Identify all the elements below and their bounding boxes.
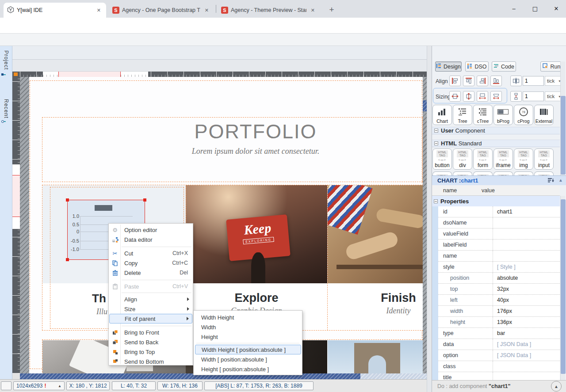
menu-item-align[interactable]: Align bbox=[109, 294, 192, 304]
tab-ide[interactable]: Y[wai] IDE ✕ bbox=[4, 3, 106, 18]
tab-agency-2[interactable]: S Agency - Theme Preview - Start ✕ bbox=[218, 3, 320, 18]
component-ctree[interactable]: cTree bbox=[473, 105, 493, 125]
palette-tag-iframe[interactable]: HTMLTAG <▭> iframe bbox=[493, 148, 513, 170]
align-bottom-button[interactable] bbox=[490, 76, 502, 86]
sidebar-tab-recent[interactable]: Recent bbox=[3, 99, 9, 118]
window-minimize-button[interactable]: – bbox=[505, 3, 523, 14]
card2-title[interactable]: Explore bbox=[186, 291, 327, 305]
horizontal-scrollbar-thumb[interactable] bbox=[20, 373, 360, 379]
palette-tag-partial[interactable]: HTML bbox=[432, 171, 452, 175]
window-close-button[interactable]: ✕ bbox=[547, 3, 565, 14]
section-html-standard[interactable]: HTML Standard bbox=[432, 140, 560, 147]
property-group-properties[interactable]: Properties bbox=[432, 196, 560, 206]
align-center-button[interactable] bbox=[510, 76, 522, 86]
card1-title[interactable]: Th bbox=[92, 292, 106, 305]
code-tab-button[interactable]: Code bbox=[492, 61, 516, 72]
menu-item-cut[interactable]: ✂ Cut Ctrl+X bbox=[109, 248, 192, 258]
collapse-icon[interactable] bbox=[434, 129, 438, 133]
sizing-tick-input[interactable] bbox=[523, 91, 544, 101]
resize-handle-nw[interactable] bbox=[66, 198, 69, 202]
card1-subtitle[interactable]: Illu bbox=[96, 307, 107, 316]
palette-scrollbar[interactable] bbox=[560, 61, 565, 175]
component-chart[interactable]: Chart bbox=[432, 105, 452, 125]
vertical-scrollbar-thumb[interactable] bbox=[423, 100, 427, 111]
menu-item-send-to-back[interactable]: Send to Back bbox=[109, 337, 192, 347]
property-row-style[interactable]: style[ Style ] bbox=[438, 262, 560, 273]
submenu-item-width[interactable]: Width bbox=[195, 322, 301, 332]
property-row-valuefield[interactable]: valueField bbox=[438, 228, 560, 240]
property-row-dsoname[interactable]: dsoName bbox=[438, 217, 560, 228]
close-tab-icon[interactable]: ✕ bbox=[203, 7, 210, 14]
photo-monument[interactable] bbox=[328, 340, 424, 373]
size-stretch-both-button[interactable] bbox=[490, 91, 502, 102]
component-tree[interactable]: Tree bbox=[453, 105, 472, 125]
menu-item-fit-of-parent[interactable]: Fit of parent bbox=[109, 314, 192, 323]
sidebar-tab-project[interactable]: Project bbox=[3, 50, 9, 70]
component-external[interactable]: External bbox=[534, 105, 554, 125]
property-row-title[interactable]: title bbox=[438, 372, 560, 380]
property-row-option[interactable]: option[ JSON Data ] bbox=[438, 350, 560, 361]
palette-tag-partial[interactable]: HTML bbox=[453, 171, 472, 175]
component-cprog[interactable]: 78 cProg bbox=[514, 105, 533, 125]
property-row-position[interactable]: positionabsolute bbox=[438, 273, 560, 284]
resize-handle-ne[interactable] bbox=[143, 198, 146, 202]
palette-tag-img[interactable]: HTMLTAG <▭> img bbox=[514, 148, 533, 170]
menu-item-bring-to-top[interactable]: Bring to Top bbox=[109, 347, 192, 357]
palette-tag-button[interactable]: HTMLTAG <▭> button bbox=[432, 148, 452, 170]
size-same-width-button[interactable] bbox=[449, 91, 461, 102]
sort-icon[interactable] bbox=[547, 178, 554, 185]
menu-item-data-editor[interactable]: Data editor bbox=[109, 235, 192, 244]
collapse-icon[interactable] bbox=[434, 141, 438, 145]
size-stretch-width-button[interactable] bbox=[477, 91, 488, 102]
run-button[interactable]: Run bbox=[540, 61, 562, 72]
property-row-width[interactable]: width176px bbox=[438, 306, 560, 317]
window-maximize-button[interactable]: □ bbox=[526, 3, 544, 14]
menu-item-size[interactable]: Size bbox=[109, 304, 192, 314]
property-scrollbar-thumb[interactable] bbox=[561, 199, 566, 374]
palette-tag-partial[interactable]: HTML bbox=[493, 171, 513, 175]
menu-item-copy[interactable]: Copy Ctrl+C bbox=[109, 258, 192, 268]
card3-subtitle[interactable]: Identity bbox=[328, 306, 427, 316]
close-tab-icon[interactable]: ✕ bbox=[95, 7, 103, 14]
page-subtitle[interactable]: Lorem ipsum dolor sit amet consectetur. bbox=[123, 147, 388, 156]
property-row-labelfield[interactable]: labelField bbox=[438, 240, 560, 251]
design-tab-button[interactable]: Design bbox=[435, 61, 462, 72]
align-right-button[interactable] bbox=[477, 76, 488, 86]
submenu-item-height-absolute[interactable]: Height [ position:absolute ] bbox=[195, 364, 301, 374]
palette-tag-partial[interactable]: HTML bbox=[534, 171, 554, 175]
section-user-component[interactable]: User Component bbox=[432, 127, 560, 134]
close-tab-icon[interactable]: ✕ bbox=[309, 7, 317, 14]
property-row-type[interactable]: typebar bbox=[438, 328, 560, 339]
property-row-name[interactable]: name bbox=[438, 251, 560, 262]
align-tick-input[interactable] bbox=[523, 76, 544, 86]
property-scrollbar[interactable] bbox=[560, 196, 565, 380]
property-row-class[interactable]: class bbox=[438, 361, 560, 372]
size-distribute-button[interactable] bbox=[510, 91, 522, 102]
submenu-item-width-height-absolute[interactable]: Width Height [ position:absolute ] bbox=[195, 345, 301, 354]
new-tab-button[interactable]: + bbox=[325, 4, 338, 16]
palette-tag-form[interactable]: HTMLTAG <▭> form bbox=[473, 148, 493, 170]
menu-item-paste[interactable]: Paste Ctrl+V bbox=[109, 282, 192, 291]
palette-tag-input[interactable]: HTMLTAG <▭> input bbox=[534, 148, 554, 170]
submenu-item-width-height[interactable]: Width Height bbox=[195, 312, 301, 322]
collapse-icon[interactable] bbox=[434, 199, 438, 203]
card3-title[interactable]: Finish bbox=[328, 291, 427, 305]
property-row-left[interactable]: left40px bbox=[438, 295, 560, 306]
status-resolution[interactable]: 1024x6293 ! ▲ bbox=[13, 381, 65, 390]
palette-tag-partial[interactable]: HTML bbox=[473, 171, 493, 175]
property-row-data[interactable]: data[ JSON Data ] bbox=[438, 339, 560, 350]
history-up-button[interactable]: ▲ bbox=[551, 381, 562, 392]
property-row-height[interactable]: height136px bbox=[438, 317, 560, 328]
component-bprog[interactable]: bProg bbox=[493, 105, 513, 125]
collapse-panel-icon[interactable]: ▲ bbox=[558, 178, 563, 183]
menu-item-bring-to-front[interactable]: Bring to Front bbox=[109, 327, 192, 337]
panel-splitter[interactable] bbox=[427, 46, 432, 392]
page-title[interactable]: PORTFOLIO bbox=[123, 120, 388, 143]
triangle-up-icon[interactable]: ▲ bbox=[58, 384, 61, 388]
tab-agency-1[interactable]: S Agency - One Page Bootstrap T ✕ bbox=[109, 3, 214, 18]
menu-item-option-editor[interactable]: ⚙ Option editor bbox=[109, 225, 192, 235]
palette-tag-div[interactable]: HTMLTAG <▭> div bbox=[453, 148, 472, 170]
palette-scrollbar-thumb[interactable] bbox=[561, 96, 566, 175]
dso-tab-button[interactable]: DSO bbox=[465, 61, 489, 72]
align-left-button[interactable] bbox=[449, 76, 461, 86]
